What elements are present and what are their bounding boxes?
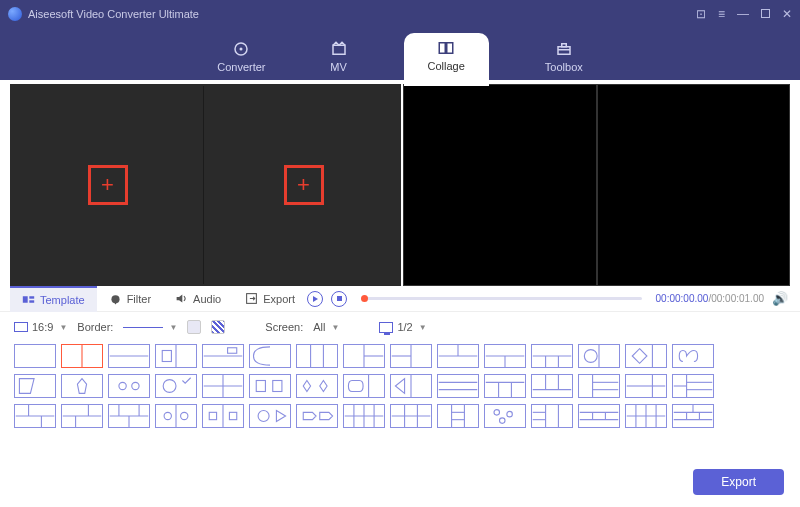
svg-point-91 xyxy=(500,418,506,424)
subtab-template-label: Template xyxy=(40,294,85,306)
svg-point-34 xyxy=(119,382,126,389)
template-row xyxy=(14,374,786,398)
sub-tabs: Template Filter Audio Export xyxy=(10,286,307,312)
timecode: 00:00:00.00/00:00:01.00 xyxy=(656,293,764,304)
template-thumb[interactable] xyxy=(531,374,573,398)
aspect-ratio-select[interactable]: 16:9▼ xyxy=(14,321,67,333)
export-button[interactable]: Export xyxy=(693,469,784,495)
template-thumb[interactable] xyxy=(390,344,432,368)
template-thumb[interactable] xyxy=(484,374,526,398)
tab-toolbox[interactable]: Toolbox xyxy=(537,36,591,73)
subtab-filter[interactable]: Filter xyxy=(97,286,163,312)
feedback-icon[interactable]: ⊡ xyxy=(696,8,706,20)
svg-point-90 xyxy=(507,411,512,417)
template-thumb[interactable] xyxy=(249,404,291,428)
main-tabs: Converter MV Collage Toolbox xyxy=(0,28,800,80)
add-media-icon[interactable]: + xyxy=(88,165,128,205)
svg-rect-74 xyxy=(209,412,216,419)
template-thumb[interactable] xyxy=(61,404,103,428)
template-thumb[interactable] xyxy=(108,374,150,398)
template-thumb[interactable] xyxy=(249,344,291,368)
template-thumb[interactable] xyxy=(343,404,385,428)
minimize-icon[interactable]: — xyxy=(737,8,749,20)
template-thumb[interactable] xyxy=(155,344,197,368)
template-thumb[interactable] xyxy=(437,404,479,428)
add-media-icon[interactable]: + xyxy=(284,165,324,205)
template-thumb[interactable] xyxy=(390,374,432,398)
workarea: + + xyxy=(0,80,800,286)
template-thumb[interactable] xyxy=(531,404,573,428)
border-color-swatch[interactable] xyxy=(187,320,201,334)
template-thumb[interactable] xyxy=(108,344,150,368)
border-label: Border: xyxy=(77,321,113,333)
tab-collage[interactable]: Collage xyxy=(404,33,489,86)
close-icon[interactable]: ✕ xyxy=(782,8,792,20)
svg-point-72 xyxy=(181,412,188,419)
collage-icon xyxy=(437,39,455,57)
template-row xyxy=(14,404,786,428)
template-thumb[interactable] xyxy=(61,374,103,398)
tab-mv[interactable]: MV xyxy=(322,36,356,73)
template-thumb[interactable] xyxy=(578,404,620,428)
playback-controls: 00:00:00.00/00:00:01.00 🔊 xyxy=(307,291,790,307)
template-thumb[interactable] xyxy=(390,404,432,428)
template-thumb[interactable] xyxy=(531,344,573,368)
seek-slider[interactable] xyxy=(361,297,642,300)
template-thumb[interactable] xyxy=(155,404,197,428)
subtab-audio[interactable]: Audio xyxy=(163,286,233,312)
app-logo-icon xyxy=(8,7,22,21)
template-thumb[interactable] xyxy=(672,344,714,368)
template-thumb[interactable] xyxy=(343,344,385,368)
border-pattern-swatch[interactable] xyxy=(211,320,225,334)
page-select[interactable]: 1/2▼ xyxy=(379,321,426,333)
template-thumb[interactable] xyxy=(14,344,56,368)
play-button[interactable] xyxy=(307,291,323,307)
template-thumb[interactable] xyxy=(437,374,479,398)
template-thumb[interactable] xyxy=(296,404,338,428)
template-thumb[interactable] xyxy=(437,344,479,368)
template-thumb[interactable] xyxy=(202,404,244,428)
tab-converter[interactable]: Converter xyxy=(209,36,273,73)
template-thumb[interactable] xyxy=(625,404,667,428)
template-thumb[interactable] xyxy=(108,404,150,428)
template-thumb[interactable] xyxy=(296,344,338,368)
collage-slot[interactable]: + xyxy=(208,86,399,284)
menu-icon[interactable]: ≡ xyxy=(718,8,725,20)
tab-converter-label: Converter xyxy=(217,61,265,73)
template-grid xyxy=(0,342,800,432)
svg-rect-3 xyxy=(439,42,445,53)
template-thumb[interactable] xyxy=(202,374,244,398)
template-thumb[interactable] xyxy=(672,374,714,398)
template-thumb[interactable] xyxy=(484,404,526,428)
screen-select[interactable]: All▼ xyxy=(313,321,339,333)
template-thumb[interactable] xyxy=(61,344,103,368)
template-thumb[interactable] xyxy=(625,374,667,398)
template-thumb[interactable] xyxy=(14,374,56,398)
template-thumb[interactable] xyxy=(155,374,197,398)
border-style-select[interactable]: ▼ xyxy=(123,323,177,332)
collage-slot[interactable]: + xyxy=(12,86,204,284)
subtab-template[interactable]: Template xyxy=(10,286,97,312)
template-thumb[interactable] xyxy=(14,404,56,428)
template-thumb[interactable] xyxy=(578,344,620,368)
preview-slot xyxy=(597,84,791,286)
svg-rect-40 xyxy=(273,381,282,392)
subtab-export-label: Export xyxy=(263,293,295,305)
stop-button[interactable] xyxy=(331,291,347,307)
volume-icon[interactable]: 🔊 xyxy=(772,291,788,306)
ratio-value: 16:9 xyxy=(32,321,53,333)
ratio-icon xyxy=(14,322,28,332)
seek-handle-icon[interactable] xyxy=(361,295,368,302)
template-thumb[interactable] xyxy=(578,374,620,398)
subtab-export[interactable]: Export xyxy=(233,286,307,312)
template-thumb[interactable] xyxy=(484,344,526,368)
maximize-icon[interactable] xyxy=(761,8,770,20)
template-thumb[interactable] xyxy=(343,374,385,398)
template-thumb[interactable] xyxy=(202,344,244,368)
template-thumb[interactable] xyxy=(296,374,338,398)
template-thumb[interactable] xyxy=(672,404,714,428)
template-thumb[interactable] xyxy=(625,344,667,368)
template-thumb[interactable] xyxy=(249,374,291,398)
border-line-icon xyxy=(123,327,163,328)
subtab-filter-label: Filter xyxy=(127,293,151,305)
